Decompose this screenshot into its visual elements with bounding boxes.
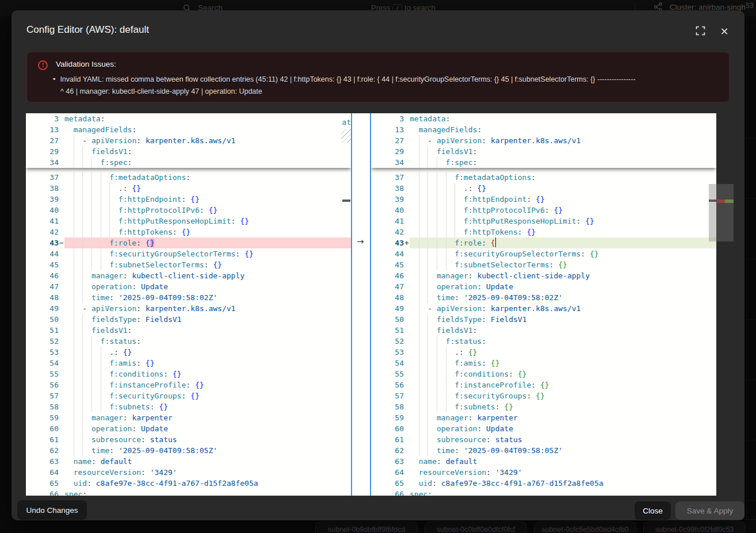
code-line[interactable]: 63 name: default [26, 456, 351, 467]
diff-sash[interactable]: → [351, 113, 371, 496]
diff-marker [404, 423, 410, 434]
code-line[interactable]: 61 subresource: status [26, 434, 351, 445]
code-line[interactable]: 38 .: {} [371, 183, 716, 194]
code-line[interactable]: 44 f:securityGroupSelectorTerms: {} [26, 248, 351, 259]
code-line[interactable]: 47 operation: Update [26, 281, 351, 292]
code-line[interactable]: 56 f:instanceProfile: {} [26, 379, 351, 390]
code-line[interactable]: 38 .: {} [26, 183, 351, 194]
scrollbar-slider[interactable] [709, 184, 716, 241]
code-line[interactable]: 42 f:httpTokens: {} [26, 227, 351, 237]
code-line[interactable]: 57 f:securityGroups: {} [371, 390, 716, 401]
undo-changes-button[interactable]: Undo Changes [17, 500, 87, 520]
code-line[interactable]: 59 manager: karpenter [371, 412, 716, 423]
code-line[interactable]: 45 f:subnetSelectorTerms: {} [26, 259, 351, 270]
code-line[interactable]: 58 f:subnets: {} [26, 401, 351, 412]
line-number: 47 [26, 281, 59, 292]
code-line[interactable]: 13 managedFields: [26, 124, 351, 135]
code-line[interactable]: 66spec: [371, 489, 716, 496]
diff-marker [404, 467, 410, 478]
code-line[interactable]: 43+ f:role: { [371, 237, 716, 248]
code-line[interactable]: 48 time: '2025-09-04T09:58:02Z' [371, 292, 716, 303]
diff-marker [404, 157, 410, 168]
code-line[interactable]: 57 f:securityGroups: {} [26, 390, 351, 401]
code-line[interactable]: 48 time: '2025-09-04T09:58:02Z' [26, 292, 351, 303]
code-line[interactable]: 52 f:status: [26, 336, 351, 347]
code-line[interactable]: 54 f:amis: {} [371, 358, 716, 369]
code-line[interactable]: 64 resourceVersion: '3429' [371, 467, 716, 478]
code-line[interactable]: 44 f:securityGroupSelectorTerms: {} [371, 248, 716, 259]
code-line[interactable]: 49 - apiVersion: karpenter.k8s.aws/v1 [371, 303, 716, 314]
code-line[interactable]: 54 f:amis: {} [26, 358, 351, 369]
code-line[interactable]: 13 managedFields: [371, 124, 716, 135]
code-line[interactable]: 50 fieldsType: FieldsV1 [371, 314, 716, 325]
overview-ruler-slider[interactable] [716, 184, 734, 241]
code-line[interactable]: 52 f:status: [371, 336, 716, 347]
code-text: resourceVersion: '3429' [410, 467, 716, 478]
code-line[interactable]: 49 - apiVersion: karpenter.k8s.aws/v1 [26, 303, 351, 314]
code-text: f:securityGroupSelectorTerms: {} [410, 248, 716, 259]
diff-hatch-region [341, 129, 351, 143]
close-dialog-button[interactable]: ✕ [718, 25, 731, 38]
save-apply-button[interactable]: Save & Apply [675, 501, 744, 520]
dialog-title: Config Editor (AWS): default [26, 24, 149, 36]
code-line[interactable]: 47 operation: Update [371, 281, 716, 292]
diff-original-pane[interactable]: 37 f:metadataOptions:38 .: {}39 f:httpEn… [26, 113, 351, 496]
code-line[interactable]: 65 uid: c8afe97e-38cc-4f91-a767-d15f2a8f… [26, 478, 351, 489]
code-line[interactable]: 43− f:role: {} [26, 237, 351, 248]
code-line[interactable]: 29 fieldsV1: [26, 146, 351, 157]
code-line[interactable]: 55 f:conditions: {} [26, 369, 351, 379]
code-line[interactable]: 65 uid: c8afe97e-38cc-4f91-a767-d15f2a8f… [371, 478, 716, 489]
close-button[interactable]: Close [635, 501, 671, 520]
line-number: 42 [371, 227, 404, 237]
code-line[interactable]: 51 fieldsV1: [26, 325, 351, 336]
diff-modified-pane[interactable]: 37 f:metadataOptions:38 .: {}39 f:httpEn… [371, 113, 716, 496]
diff-marker [404, 183, 410, 194]
code-line[interactable]: 46 manager: kubectl-client-side-apply [26, 270, 351, 281]
code-line[interactable]: 58 f:subnets: {} [371, 401, 716, 412]
code-line[interactable]: 39 f:httpEndpoint: {} [26, 194, 351, 205]
diff-overview-ruler[interactable] [716, 113, 734, 496]
code-line[interactable]: 39 f:httpEndpoint: {} [371, 194, 716, 205]
code-line[interactable]: 62 time: '2025-09-04T09:58:05Z' [26, 445, 351, 456]
code-line[interactable]: 50 fieldsType: FieldsV1 [26, 314, 351, 325]
code-line[interactable]: 27 - apiVersion: karpenter.k8s.aws/v1 [26, 135, 351, 146]
code-line[interactable]: 56 f:instanceProfile: {} [371, 379, 716, 390]
code-line[interactable]: 37 f:metadataOptions: [371, 172, 716, 183]
code-line[interactable]: 37 f:metadataOptions: [26, 172, 351, 183]
code-line[interactable]: 34 f:spec: [371, 157, 716, 168]
code-line[interactable]: 53 .: {} [371, 347, 716, 358]
code-line[interactable]: 59 manager: karpenter [26, 412, 351, 423]
code-line[interactable]: 55 f:conditions: {} [371, 369, 716, 379]
code-line[interactable]: 27 - apiVersion: karpenter.k8s.aws/v1 [371, 135, 716, 146]
code-line[interactable]: 3metadata: [26, 113, 351, 124]
code-line[interactable]: 66spec: [26, 489, 351, 496]
code-line[interactable]: 34 f:spec: [26, 157, 351, 168]
code-line[interactable]: 63 name: default [371, 456, 716, 467]
code-line[interactable]: 3metadata: [371, 113, 716, 124]
code-line[interactable]: 60 operation: Update [371, 423, 716, 434]
code-line[interactable]: 51 fieldsV1: [371, 325, 716, 336]
code-text: f:subnetSelectorTerms: {} [64, 259, 351, 270]
code-line[interactable]: 61 subresource: status [371, 434, 716, 445]
line-number: 53 [26, 347, 59, 358]
code-text: managedFields: [410, 124, 716, 135]
line-number: 66 [26, 489, 59, 496]
code-line[interactable]: 46 manager: kubectl-client-side-apply [371, 270, 716, 281]
revert-change-arrow-icon[interactable]: → [357, 236, 364, 247]
code-line[interactable]: 41 f:httpPutResponseHopLimit: {} [26, 216, 351, 227]
code-line[interactable]: 45 f:subnetSelectorTerms: {} [371, 259, 716, 270]
code-text: f:subnets: {} [410, 401, 716, 412]
line-number: 65 [371, 478, 404, 489]
code-line[interactable]: 62 time: '2025-09-04T09:58:05Z' [371, 445, 716, 456]
code-line[interactable]: 41 f:httpPutResponseHopLimit: {} [371, 216, 716, 227]
code-line[interactable]: 42 f:httpTokens: {} [371, 227, 716, 237]
fullscreen-button[interactable] [694, 25, 707, 38]
code-line[interactable]: 40 f:httpProtocolIPv6: {} [26, 205, 351, 216]
diff-marker [404, 401, 410, 412]
code-line[interactable]: 40 f:httpProtocolIPv6: {} [371, 205, 716, 216]
code-line[interactable]: 53 .: {} [26, 347, 351, 358]
code-text: f:subnetSelectorTerms: {} [410, 259, 716, 270]
code-line[interactable]: 29 fieldsV1: [371, 146, 716, 157]
code-line[interactable]: 60 operation: Update [26, 423, 351, 434]
code-line[interactable]: 64 resourceVersion: '3429' [26, 467, 351, 478]
